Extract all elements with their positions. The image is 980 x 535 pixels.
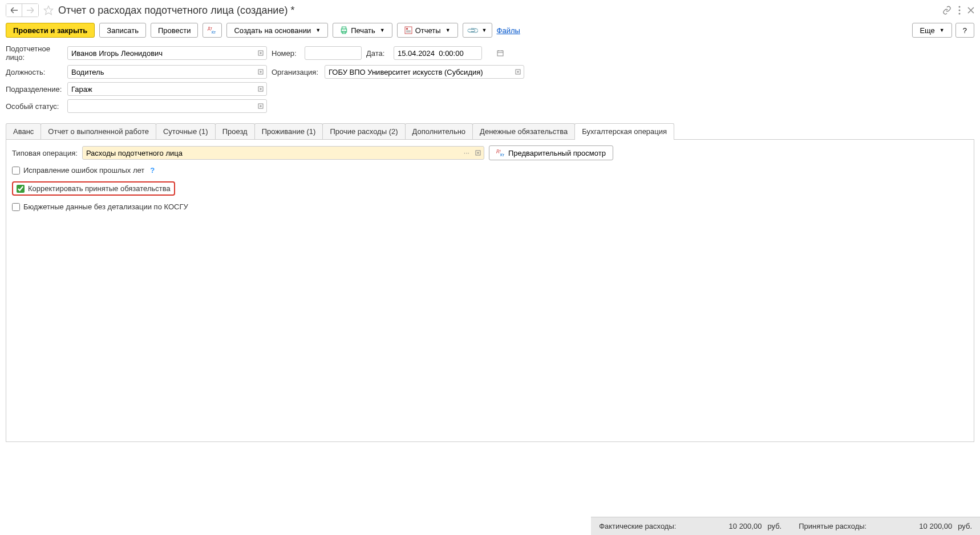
open-icon[interactable] [255,100,266,112]
help-button[interactable]: ? [955,23,974,38]
dtkt-icon: ДтКт [496,149,505,157]
svg-point-1 [959,6,961,8]
create-based-button[interactable]: Создать на основании▼ [226,23,328,38]
cb-budget-data-label: Бюджетные данные без детализации по КОСГ… [23,202,188,211]
tab-content: Типовая операция: ··· ДтКт Предварительн… [6,140,974,442]
svg-marker-0 [44,6,53,15]
post-button[interactable]: Провести [151,23,199,38]
arrow-left-icon [11,7,18,13]
preview-button[interactable]: ДтКт Предварительный просмотр [489,145,613,160]
tab-daily[interactable]: Суточные (1) [156,123,216,139]
position-label: Должность: [6,68,63,76]
more-button[interactable]: Еще▼ [912,23,951,38]
department-label: Подразделение: [6,85,63,94]
nav-forward-button[interactable] [22,4,38,17]
calendar-icon[interactable] [497,47,504,59]
dtkt-icon: ДтКт [208,26,217,34]
dt-kt-button[interactable]: ДтКт [203,23,222,38]
person-label: Подотчетное лицо: [6,44,63,62]
tab-lodging[interactable]: Проживание (1) [254,123,323,139]
position-input[interactable] [68,66,255,78]
svg-text:Кт: Кт [500,153,505,157]
chevron-down-icon: ▼ [939,27,945,33]
svg-rect-14 [497,51,503,56]
reports-button[interactable]: Отчеты▼ [397,23,458,38]
department-input[interactable] [68,83,255,95]
svg-point-3 [959,13,961,15]
cb-fix-errors[interactable] [12,167,20,175]
post-close-button[interactable]: Провести и закрыть [6,23,95,38]
printer-icon [340,26,348,34]
close-icon[interactable] [967,7,974,14]
open-icon[interactable] [512,66,524,78]
files-link[interactable]: Файлы [497,26,520,35]
date-label: Дата: [366,49,389,58]
svg-rect-9 [405,27,412,34]
arrow-right-icon [27,7,34,13]
org-label: Организация: [272,68,320,76]
number-input[interactable] [305,47,408,59]
chevron-down-icon: ▼ [380,27,385,33]
operation-input[interactable] [83,147,461,159]
date-input[interactable] [394,47,497,59]
tab-accounting[interactable]: Бухгалтерская операция [574,123,674,139]
tab-advance[interactable]: Аванс [6,123,41,139]
chevron-down-icon: ▼ [315,27,321,33]
nav-back-button[interactable] [6,4,22,17]
help-icon[interactable]: ? [150,166,155,175]
svg-point-2 [959,10,961,11]
status-input[interactable] [68,100,255,112]
tab-travel[interactable]: Проезд [215,123,255,139]
chevron-down-icon: ▼ [446,27,451,33]
open-icon[interactable] [255,47,266,59]
save-button[interactable]: Записать [99,23,146,38]
print-button[interactable]: Печать▼ [333,23,392,38]
cb-correct-obligations-label: Корректировать принятые обязательства [28,184,171,193]
chevron-down-icon: ▼ [482,27,487,33]
operation-label: Типовая операция: [12,149,78,157]
page-title: Отчет о расходах подотчетного лица (созд… [58,5,294,17]
org-input[interactable] [325,66,512,78]
open-icon[interactable] [255,66,266,78]
ellipsis-icon[interactable]: ··· [461,147,472,159]
cb-correct-obligations[interactable] [17,185,25,193]
cb-budget-data[interactable] [12,203,20,211]
more-icon[interactable] [958,6,961,15]
star-icon[interactable] [43,5,54,15]
report-icon [404,26,412,34]
tab-other-expenses[interactable]: Прочие расходы (2) [322,123,405,139]
person-input[interactable] [68,47,255,59]
open-icon[interactable] [255,83,266,95]
attachment-button[interactable]: 📎▼ [463,23,492,38]
number-label: Номер: [272,49,300,58]
link-icon[interactable] [942,6,951,15]
cb-fix-errors-label: Исправление ошибок прошлых лет [23,166,144,175]
tab-additional[interactable]: Дополнительно [405,123,473,139]
paperclip-icon: 📎 [465,23,479,37]
tab-work-report[interactable]: Отчет о выполненной работе [41,123,156,139]
svg-rect-10 [406,28,408,30]
tab-obligations[interactable]: Денежные обязательства [472,123,575,139]
status-label: Особый статус: [6,102,63,111]
svg-text:Кт: Кт [212,30,216,34]
open-icon[interactable] [472,147,484,159]
